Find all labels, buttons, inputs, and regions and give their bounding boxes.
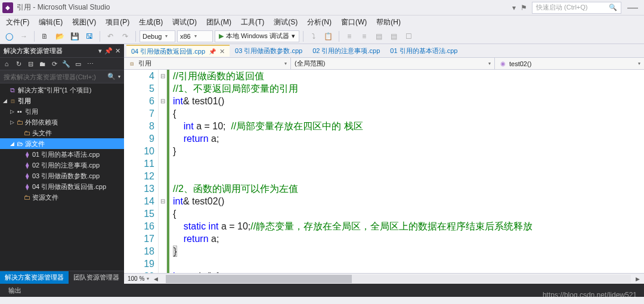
solution-tree: ⧉解决方案"引用"(1 个项目) ◢⧈引用 ▷▪▪引用 ▷🗀外部依赖项 🗀头文件… (0, 83, 124, 271)
doc-tab[interactable]: 02 引用的注意事项.cpp (308, 45, 385, 57)
doc-tab[interactable]: 03 引用做函数参数.cpp (230, 45, 307, 57)
menu-item[interactable]: 视图(V) (69, 16, 100, 29)
menu-item[interactable]: 文件(F) (2, 16, 33, 29)
references-node[interactable]: ▷▪▪引用 (0, 106, 124, 117)
panel-pin-icon[interactable]: 📌 (104, 47, 113, 55)
scroll-left-icon[interactable]: ◀ (151, 276, 160, 282)
nav-member[interactable]: (全局范围)▾ (291, 58, 495, 69)
preview-icon[interactable]: ▭ (73, 58, 83, 69)
doc-tab[interactable]: 01 引用的基本语法.cpp (385, 45, 462, 57)
flag-icon[interactable]: ⚑ (521, 4, 527, 12)
panel-title-bar: 解决方案资源管理器 ▾ 📌 ✕ (0, 44, 124, 57)
panel-tabstrip: 解决方案资源管理器 团队资源管理器 (0, 271, 124, 284)
resources-node[interactable]: 🗀资源文件 (0, 192, 124, 203)
output-tab[interactable]: 输出 (4, 285, 26, 296)
line-numbers: 456789101112131415161718192021 (124, 70, 159, 273)
bookmark-icon[interactable]: ☐ (402, 30, 416, 43)
redo-icon[interactable]: ↷ (119, 30, 132, 43)
bottom-panel: 输出 (0, 284, 644, 297)
menu-item[interactable]: 编辑(E) (35, 16, 66, 29)
code-body[interactable]: //引用做函数的返回值//1、不要返回局部变量的引用int& test01(){… (169, 70, 644, 273)
undo-icon[interactable]: ↶ (104, 30, 117, 43)
home-icon[interactable]: ⌂ (1, 58, 12, 69)
menu-item[interactable]: 团队(M) (203, 16, 235, 29)
show-all-icon[interactable]: 🖿 (37, 58, 48, 69)
search-icon: 🔍 (609, 4, 617, 11)
quick-launch-placeholder: 快速启动 (Ctrl+Q) (536, 3, 587, 12)
indent-right-icon[interactable]: ≡ (358, 30, 371, 43)
menu-item[interactable]: 调试(D) (169, 16, 200, 29)
start-debug-button[interactable]: ▶本地 Windows 调试器▾ (215, 30, 299, 42)
nav-function[interactable]: ◉test02()▾ (495, 58, 644, 69)
config-combo[interactable]: Debug▾ (140, 30, 175, 42)
sources-node[interactable]: ◢🗁源文件 (0, 138, 124, 149)
minimize-button[interactable]: — (627, 1, 638, 14)
collapse-icon[interactable]: ⊟ (25, 58, 36, 69)
editor-area: 04 引用做函数返回值.cpp📌✕ 03 引用做函数参数.cpp 02 引用的注… (124, 44, 644, 284)
window-title: 引用 - Microsoft Visual Studio (17, 2, 110, 13)
scrollbar-thumb[interactable] (166, 275, 352, 283)
editor-status-bar: 100 % ▾ ◀ ▶ (124, 273, 644, 284)
new-project-icon[interactable]: 🗎 (38, 30, 51, 43)
menu-item[interactable]: 工具(T) (237, 16, 268, 29)
solution-explorer: 解决方案资源管理器 ▾ 📌 ✕ ⌂ ↻ ⊟ 🖿 ⟳ 🔧 ▭ ⋯ 🔍 ▾ ⧉解决方… (0, 44, 124, 284)
play-icon: ▶ (219, 32, 224, 40)
menu-item[interactable]: 帮助(H) (373, 16, 404, 29)
more-icon[interactable]: ⋯ (85, 58, 95, 69)
code-nav-bar: ⧈引用▾ (全局范围)▾ ◉test02()▾ (124, 57, 644, 70)
menu-item[interactable]: 窗口(W) (338, 16, 370, 29)
save-icon[interactable]: 💾 (68, 30, 81, 43)
search-icon: 🔍 (107, 73, 116, 80)
menu-item[interactable]: 项目(P) (102, 16, 133, 29)
panel-close-icon[interactable]: ✕ (115, 47, 120, 55)
panel-search[interactable]: 🔍 ▾ (0, 70, 124, 83)
comment-icon[interactable]: ▤ (373, 30, 386, 43)
quick-launch-input[interactable]: 快速启动 (Ctrl+Q) 🔍 (532, 2, 621, 14)
scroll-right-icon[interactable]: ▶ (633, 276, 642, 282)
indent-left-icon[interactable]: ≡ (343, 30, 356, 43)
proc-icon[interactable]: 📋 (322, 30, 335, 43)
doc-tab-active[interactable]: 04 引用做函数返回值.cpp📌✕ (126, 45, 230, 57)
source-file[interactable]: ⧫03 引用做函数参数.cpp (0, 170, 124, 181)
project-node[interactable]: ◢⧈引用 (0, 95, 124, 106)
menu-bar: 文件(F)编辑(E)视图(V)项目(P)生成(B)调试(D)团队(M)工具(T)… (0, 15, 644, 29)
close-icon[interactable]: ✕ (219, 48, 225, 55)
zoom-level[interactable]: 100 % (128, 275, 144, 282)
uncomment-icon[interactable]: ▤ (388, 30, 401, 43)
panel-search-input[interactable] (4, 73, 107, 80)
nav-scope[interactable]: ⧈引用▾ (124, 58, 291, 69)
pin-icon[interactable]: 📌 (209, 48, 216, 55)
extdeps-node[interactable]: ▷🗀外部依赖项 (0, 117, 124, 128)
refresh-icon[interactable]: ⟳ (49, 58, 60, 69)
source-file[interactable]: ⧫01 引用的基本语法.cpp (0, 149, 124, 160)
save-all-icon[interactable]: 🖫 (83, 30, 96, 43)
nav-fwd-icon[interactable]: → (17, 30, 30, 43)
main-toolbar: ◯ → 🗎 📂 💾 🖫 ↶ ↷ Debug▾ x86▾ ▶本地 Windows … (0, 29, 644, 44)
panel-dropdown-icon[interactable]: ▾ (98, 47, 102, 55)
solution-node[interactable]: ⧉解决方案"引用"(1 个项目) (0, 85, 124, 95)
chevron-down-icon[interactable]: ▾ (118, 74, 120, 79)
title-controls: ▾ ⚑ (512, 4, 527, 12)
fold-column[interactable]: ⊟⊟⊟⊟ (159, 70, 167, 273)
tab-solution-explorer[interactable]: 解决方案资源管理器 (0, 271, 69, 284)
panel-toolbar: ⌂ ↻ ⊟ 🖿 ⟳ 🔧 ▭ ⋯ (0, 57, 124, 70)
step-over-icon[interactable]: ⤵ (307, 30, 320, 43)
document-tabs: 04 引用做函数返回值.cpp📌✕ 03 引用做函数参数.cpp 02 引用的注… (124, 44, 644, 57)
code-editor[interactable]: 456789101112131415161718192021 ⊟⊟⊟⊟ //引用… (124, 70, 644, 273)
tab-team-explorer[interactable]: 团队资源管理器 (69, 271, 124, 284)
menu-item[interactable]: 生成(B) (135, 16, 166, 29)
sync-icon[interactable]: ↻ (13, 58, 24, 69)
vs-logo-icon: ◆ (2, 2, 13, 13)
nav-back-icon[interactable]: ◯ (2, 30, 16, 43)
platform-combo[interactable]: x86▾ (177, 30, 213, 42)
source-file[interactable]: ⧫04 引用做函数返回值.cpp (0, 181, 124, 192)
h-scrollbar[interactable] (166, 275, 631, 283)
headers-node[interactable]: 🗀头文件 (0, 128, 124, 138)
properties-icon[interactable]: 🔧 (61, 58, 72, 69)
notify-icon[interactable]: ▾ (512, 4, 516, 12)
open-file-icon[interactable]: 📂 (53, 30, 66, 43)
menu-item[interactable]: 分析(N) (304, 16, 335, 29)
menu-item[interactable]: 测试(S) (270, 16, 301, 29)
source-file[interactable]: ⧫02 引用的注意事项.cpp (0, 160, 124, 170)
chevron-down-icon[interactable]: ▾ (147, 276, 149, 281)
